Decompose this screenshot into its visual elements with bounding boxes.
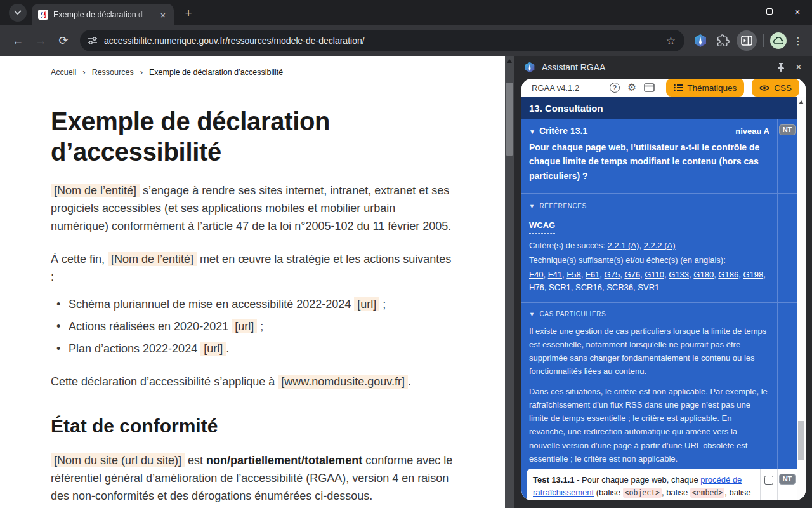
browser-menu-button[interactable]: ⋮ [790,35,806,47]
site-info-icon[interactable] [88,36,98,45]
reference-link[interactable]: 2.2.1 (A) [608,241,639,250]
reference-link[interactable]: SVR1 [638,283,659,292]
side-panel-button[interactable] [737,30,757,51]
topic-header: 13. Consultation [521,97,797,119]
wcag-link[interactable]: WCAG [529,219,555,234]
reference-link[interactable]: G180 [693,270,714,279]
reload-button[interactable]: ⟳ [53,30,74,51]
css-button[interactable]: CSS [752,79,799,97]
panel-scrollbar[interactable] [797,97,806,500]
reference-link[interactable]: 2.2.2 (A) [644,241,676,250]
pin-icon[interactable] [776,62,785,72]
reference-link[interactable]: SCR1 [549,283,571,292]
window-icon[interactable] [644,83,655,92]
rgaa-extension-icon[interactable] [691,31,710,50]
rgaa-version: RGAA v4.1.2 [532,83,602,93]
actions-list: Schéma pluriannuel de mise en accessibil… [56,296,455,358]
special-cases-toggle[interactable]: ▼CAS PARTICULIERS [529,311,769,318]
status-badge[interactable]: NT [779,124,796,135]
minimize-button[interactable]: – [732,2,751,21]
references-toggle[interactable]: ▼RÉFÉRENCES [529,201,769,211]
breadcrumb-accueil[interactable]: Accueil [51,68,76,77]
test-checkbox-column [760,469,777,500]
reference-link[interactable]: F58 [566,270,580,279]
reference-link[interactable]: SCR36 [606,283,633,292]
reference-link[interactable]: SCR16 [575,283,602,292]
intro-paragraph: [Nom de l’entité] s’engage à rendre ses … [51,182,455,236]
new-tab-button[interactable]: + [180,6,197,20]
chevron-down-icon [14,10,22,15]
collapse-triangle-icon: ▼ [529,203,535,210]
reference-link[interactable]: F61 [586,270,599,279]
list-item: Schéma pluriannuel de mise en accessibil… [56,296,455,314]
rgaa-body: 13. Consultation ▼Critère 13.1 niveau A … [521,97,806,500]
breadcrumb-separator: › [82,67,85,77]
profile-avatar[interactable] [770,32,787,49]
gear-icon[interactable]: ⚙ [627,83,636,93]
breadcrumb-current: Exemple de déclaration d’accessibilité [149,68,283,77]
browser-tab[interactable]: Exemple de déclaration d × [32,4,174,25]
reference-link[interactable]: G75 [605,270,620,279]
reference-link[interactable]: G110 [645,270,664,279]
tab-close-button[interactable]: × [157,9,169,20]
reference-link[interactable]: G198 [743,270,763,279]
toolbar-actions: ⋮ [691,30,806,51]
references-status-column [777,194,797,302]
panel-close-button[interactable]: × [796,61,802,74]
criterion-status-column: NT [777,119,797,193]
browser-window: Exemple de déclaration d × + – × ← → ⟳ a… [0,0,812,508]
status-badge[interactable]: NT [779,474,796,485]
back-button[interactable]: ← [8,30,28,51]
scroll-up-arrow-icon[interactable] [799,100,804,104]
page-title: Exemple de déclaration d’accessibilité [51,106,455,167]
eye-icon [759,84,769,91]
maximize-button[interactable] [760,2,779,21]
reference-link[interactable]: F41 [548,270,562,279]
panel-scrollbar-thumb[interactable] [798,421,804,460]
forward-button[interactable]: → [30,30,51,51]
special-cases-label: CAS PARTICULIERS [540,311,606,318]
assistant-rgaa-panel: Assistant RGAA × RGAA v4.1.2 ? ⚙ [514,56,812,508]
bookmark-star-icon[interactable]: ☆ [661,34,681,48]
criterion-toggle[interactable]: ▼Critère 13.1 [529,126,587,136]
rgaa-card: RGAA v4.1.2 ? ⚙ [521,79,806,500]
success-criteria-links[interactable]: 2.2.1 (A), 2.2.2 (A) [608,241,676,250]
browser-toolbar: ← → ⟳ accessibilite.numerique.gouv.fr/re… [0,25,812,56]
url-bar[interactable]: accessibilite.numerique.gouv.fr/ressourc… [80,30,684,51]
reference-link[interactable]: H76 [529,283,544,292]
page-scrollbar[interactable] [505,56,514,508]
reference-link[interactable]: G76 [624,270,640,279]
url-text[interactable]: accessibilite.numerique.gouv.fr/ressourc… [104,36,655,46]
conformity-paragraph: [Nom du site (url du site)] est non/part… [51,452,455,505]
maximize-icon [766,8,773,15]
web-page: Accueil › Ressources › Exemple de déclar… [0,56,505,508]
reference-link[interactable]: F40 [529,270,543,279]
criterion-row: ▼Critère 13.1 niveau A Pour chaque page … [521,119,797,194]
extensions-puzzle-icon[interactable] [714,31,733,50]
thematiques-button[interactable]: Thématiques [666,79,744,97]
collapse-triangle-icon: ▼ [529,311,535,318]
close-window-button[interactable]: × [788,2,807,21]
references-label: RÉFÉRENCES [540,203,587,210]
success-criteria-line: Critère(s) de succès: 2.2.1 (A), 2.2.2 (… [529,239,769,253]
references-row: ▼RÉFÉRENCES WCAG Critère(s) de succès: 2… [521,194,797,303]
special-case-paragraph: Dans ces situations, le critère est non … [529,385,769,465]
help-icon[interactable]: ? [610,83,620,93]
techniques-label: Technique(s) suffisante(s) et/ou échec(s… [529,254,769,267]
rgaa-content: 13. Consultation ▼Critère 13.1 niveau A … [521,97,797,500]
scroll-up-arrow-icon[interactable] [507,59,512,63]
test-description: Test 13.1.1 - Pour chaque page web, chaq… [527,469,760,500]
test-checkbox[interactable] [764,476,773,485]
conformity-heading: État de conformité [51,415,455,437]
reference-link[interactable]: G133 [669,270,689,279]
side-panel-header: Assistant RGAA × [514,56,812,79]
tab-search-button[interactable] [9,4,27,22]
window-controls: – × [732,0,807,23]
toolbar-separator [763,34,764,47]
panel-title: Assistant RGAA [542,62,605,72]
breadcrumb-ressources[interactable]: Ressources [92,68,134,77]
technique-links[interactable]: F40, F41, F58, F61, G75, G76, G110, G133… [529,269,769,295]
criterion-question: Pour chaque page web, l’utilisateur a-t-… [529,140,769,183]
page-scrollbar-thumb[interactable] [506,83,513,156]
reference-link[interactable]: G186 [718,270,738,279]
